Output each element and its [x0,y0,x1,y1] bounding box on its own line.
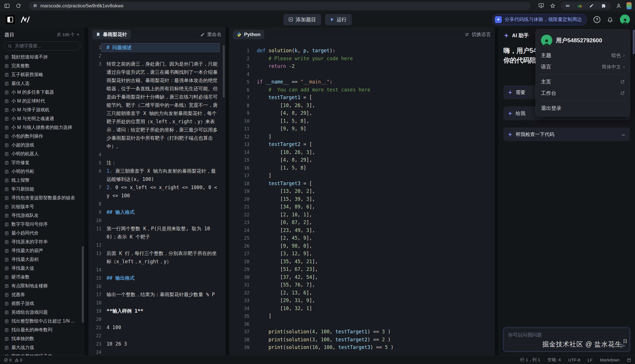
line-number: 27 [229,250,249,258]
sidebar-item[interactable]: 英雄组合游戏问题 [0,308,84,317]
menu-item-logout[interactable]: 退出登录 [538,102,628,114]
document-icon [5,231,9,235]
code-line: 3 return -2 [229,62,495,70]
sidebar-item[interactable]: 找出最长的神奇数列 [0,326,84,334]
puzzle-extensions-icon[interactable] [600,2,607,9]
sidebar-item[interactable]: 优惠券 [0,290,84,299]
menu-item-workbench[interactable]: 工作台 [538,87,628,99]
sidebar-item[interactable]: 寻找最大值 [0,264,84,273]
browser-profile-icon[interactable] [615,2,622,9]
line-number: 7 [88,183,101,200]
description-scrollbar[interactable] [223,45,225,98]
line-number: 24 [229,227,249,235]
site-settings-icon[interactable] [33,3,38,8]
sidebar-item[interactable]: 我好想逃却逃不掉 [0,53,84,62]
menu-item-language[interactable]: 语言 简体中文› [538,61,628,72]
error-count[interactable]: 0 [4,357,11,362]
bookmark-star-icon[interactable] [549,2,556,9]
problem-count[interactable]: 共 100 个 [57,32,80,37]
sidebar-item[interactable]: 小 M 的足球时代 [0,97,84,106]
cursor-position[interactable]: 行 1，列 1 [520,357,540,363]
pen-extension-icon[interactable] [588,2,595,9]
sidebar-item[interactable]: 数字字母问号排序 [0,220,84,229]
sidebar-item[interactable]: 线上报警 [0,176,84,185]
code-line: 13 testTarget2 = [ [229,141,495,148]
menu-item-theme[interactable]: 主题 暗色› [538,50,628,61]
browser-avatar[interactable] [626,2,632,9]
switch-language-button[interactable]: 切换语言 [465,31,491,38]
add-problem-button[interactable]: 添加题目 [284,14,321,25]
sidebar-item[interactable]: 最小趋同代价 [0,229,84,238]
sidebar-item[interactable]: 字符串最短循环子串 [0,352,84,355]
sidebar-item[interactable]: 寻找游戏队友 [0,211,84,220]
sidebar-item[interactable]: 小 M 与狼人拯救者的能力选择 [0,123,84,132]
file-language[interactable]: Markdown [600,357,620,362]
sidebar-item[interactable]: 寻找最大的葫芦 [0,246,84,255]
sidebar-scrollbar[interactable] [82,246,84,323]
document-icon [5,134,9,139]
page-scrollbar[interactable] [633,30,635,54]
sidebar-item[interactable]: 小明的书柜 [0,167,84,176]
sidebar-item[interactable]: 小 M 与弹子游戏机 [0,106,84,114]
ai-check-code-card[interactable]: 帮我检查一下代码 → [503,127,630,141]
sidebar-item[interactable]: 五子棋获胜策略 [0,70,84,79]
sidebar-item[interactable]: 寻找原来的字符串 [0,238,84,246]
run-button[interactable]: 运行 [325,14,352,25]
divider [495,28,498,355]
sidebar-item[interactable]: 硬币凑数 [0,273,84,282]
language-chip[interactable]: Python [233,30,264,39]
cast-icon[interactable] [538,2,545,9]
sidebar-item[interactable]: 有点限制地走楼梯 [0,282,84,290]
url-bar[interactable]: marscode.cn/practice/5w9n6k1ev8okwe [29,2,530,10]
sidebar-item[interactable]: 找单独的数 [0,334,84,343]
rename-button[interactable]: 重命名 [200,31,222,38]
user-avatar[interactable] [620,14,630,24]
chevron-right-icon: › [623,52,625,58]
line-number: 3 [229,62,249,70]
sidebar-item[interactable]: 寻找包含斐波那契数最多的链表 [0,194,84,202]
sidebar-item[interactable]: 寻找最大面积 [0,255,84,264]
eol-type[interactable]: LF [588,357,593,362]
document-icon [5,117,9,121]
code-line: 15 [4, 8, 29], [229,156,495,164]
sidebar-item-label: 最小趋同代价 [11,230,39,236]
menu-divider [539,74,626,74]
sidebar-item[interactable]: 字符修复 [0,158,84,167]
sidebar-item[interactable]: 最佳人选 [0,79,84,88]
help-icon[interactable]: ? [594,16,600,23]
sidebar-item[interactable]: 学习新技能 [0,185,84,194]
sidebar-item[interactable]: 小明的机器人 [0,150,84,158]
code-editor[interactable]: 1def solution(k, p, target):2 # Please w… [229,40,495,352]
sidebar-item[interactable]: 小 M 与光明之魂速通 [0,114,84,123]
search-input[interactable] [14,43,77,49]
marscode-logo[interactable] [20,16,31,23]
sidebar-item[interactable]: 找出整型数组中占比超过 1/N ... [0,317,84,326]
sidebar-item-label: 比较版本号 [11,204,34,210]
sidebar-item[interactable]: 摇骰子游戏 [0,299,84,308]
sidebar-item[interactable]: 小包的数列操作 [0,132,84,141]
warning-count[interactable]: 0 [15,357,22,362]
document-icon [5,205,9,209]
description-editor[interactable]: 1# 问题描述23转世之前的唐三，身处唐门。因为是外门弟子，只能通过自学提升武艺… [88,40,226,355]
sidebar-item[interactable]: 比较版本号 [0,202,84,211]
menu-item-home[interactable]: 主页 [538,76,628,87]
sidebar-item[interactable]: 小超的游戏 [0,141,84,150]
problem-title-chip[interactable]: 暴雨梨花针 [92,30,131,39]
trae-logo[interactable] [5,14,15,25]
search-box[interactable] [4,41,80,51]
encoding[interactable]: UTF-8 [568,357,580,362]
ai-panel-title: AI 助手 [512,32,529,39]
reload-icon[interactable] [15,2,22,9]
tab-panel-icon[interactable] [3,2,10,9]
sidebar-item[interactable]: 完美整数 [0,62,84,70]
sidebar-item[interactable]: 小 M 的多任务下载器 [0,88,84,97]
layout-icon[interactable] [627,358,631,362]
sparkle-icon [508,90,513,95]
indentation[interactable]: 空格: 4 [547,357,561,363]
lighthouse-extension-icon[interactable] [576,2,583,9]
sidebar-item[interactable]: 最大战力值 [0,343,84,352]
line-number: 15 [88,274,101,282]
promo-banner[interactable]: ✦ 分享代码练习体验，领限量定制周边 [492,14,587,25]
notification-bell-icon[interactable] [607,16,613,22]
infinity-extension-icon[interactable]: ∞ [564,2,571,9]
